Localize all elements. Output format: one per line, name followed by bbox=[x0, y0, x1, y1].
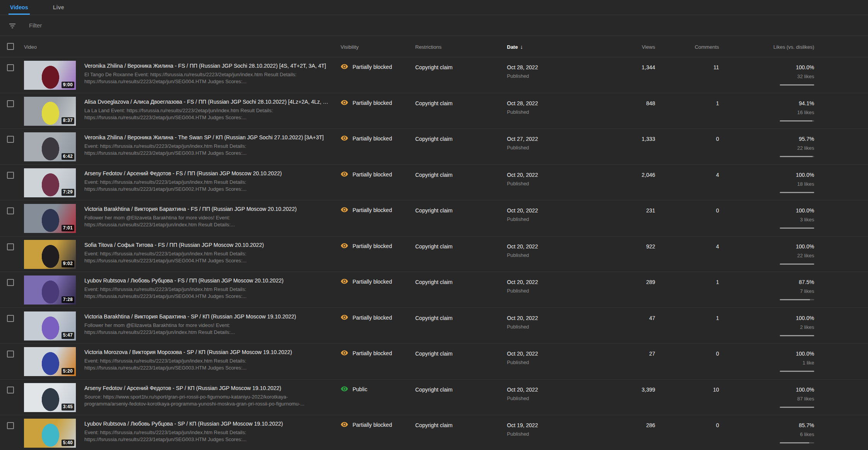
row-checkbox[interactable] bbox=[7, 422, 14, 429]
row-checkbox[interactable] bbox=[7, 351, 14, 358]
video-thumbnail[interactable]: 7:28 bbox=[24, 275, 76, 305]
video-meta: Victoria Barakhtina / Виктория Барахтина… bbox=[84, 206, 317, 236]
table-row[interactable]: 9:00 Veronika Zhilina / Вероника Жилина … bbox=[0, 57, 868, 93]
like-percentage: 87.5% bbox=[719, 279, 814, 285]
tab-live[interactable]: Live bbox=[51, 0, 66, 15]
row-checkbox[interactable] bbox=[7, 207, 14, 214]
row-checkbox[interactable] bbox=[7, 279, 14, 286]
row-checkbox[interactable] bbox=[7, 64, 14, 71]
row-check-cell bbox=[0, 57, 24, 93]
table-row[interactable]: 5:47 Victoria Barakhtina / Виктория Бара… bbox=[0, 308, 868, 344]
restrictions-cell[interactable]: Copyright claim bbox=[415, 415, 507, 450]
video-title[interactable]: Sofia Titova / Софья Титова - FS / ПП (R… bbox=[84, 242, 317, 248]
restrictions-cell[interactable]: Copyright claim bbox=[415, 236, 507, 272]
video-duration-badge: 7:29 bbox=[62, 189, 74, 195]
restrictions-cell[interactable]: Copyright claim bbox=[415, 344, 507, 379]
video-thumbnail[interactable]: 5:47 bbox=[24, 311, 76, 340]
column-header-likes[interactable]: Likes (vs. dislikes) bbox=[719, 36, 814, 57]
video-title[interactable]: Victoria Morozova / Виктория Морозова - … bbox=[84, 349, 317, 355]
video-title[interactable]: Veronika Zhilina / Вероника Жилина - The… bbox=[84, 134, 324, 140]
row-check-cell bbox=[0, 200, 24, 236]
video-title[interactable]: Lyubov Rubtsova / Любовь Рубцова - SP / … bbox=[84, 421, 317, 427]
row-checkbox[interactable] bbox=[7, 100, 14, 107]
row-checkbox[interactable] bbox=[7, 136, 14, 143]
restrictions-cell[interactable]: Copyright claim bbox=[415, 308, 507, 344]
visibility-cell[interactable]: Partially blocked bbox=[341, 93, 415, 129]
visibility-cell[interactable]: Partially blocked bbox=[341, 415, 415, 450]
column-header-restrictions[interactable]: Restrictions bbox=[415, 36, 507, 57]
visibility-cell[interactable]: Partially blocked bbox=[341, 344, 415, 379]
restrictions-cell[interactable]: Copyright claim bbox=[415, 129, 507, 164]
video-title[interactable]: Victoria Barakhtina / Виктория Барахтина… bbox=[84, 313, 317, 320]
like-ratio-bar-fill bbox=[780, 407, 814, 408]
row-checkbox[interactable] bbox=[7, 315, 14, 322]
like-percentage: 100.0% bbox=[719, 172, 814, 178]
restrictions-cell[interactable]: Copyright claim bbox=[415, 57, 507, 93]
video-thumbnail[interactable]: 6:42 bbox=[24, 132, 76, 161]
filter-input[interactable] bbox=[29, 22, 261, 29]
restrictions-cell[interactable]: Copyright claim bbox=[415, 272, 507, 308]
column-header-visibility[interactable]: Visibility bbox=[341, 36, 415, 57]
likes-cell: 100.0% 18 likes bbox=[719, 165, 814, 200]
date-cell: Oct 28, 2022 Published bbox=[507, 93, 604, 129]
table-row[interactable]: 7:01 Victoria Barakhtina / Виктория Бара… bbox=[0, 200, 868, 236]
row-check-cell bbox=[0, 415, 24, 450]
table-row[interactable]: 7:28 Lyubov Rubtsova / Любовь Рубцова - … bbox=[0, 272, 868, 308]
table-row[interactable]: 3:45 Arseny Fedotov / Арсений Федотов - … bbox=[0, 380, 868, 416]
video-thumbnail[interactable]: 9:02 bbox=[24, 240, 76, 269]
video-title[interactable]: Arseny Fedotov / Арсений Федотов - SP / … bbox=[84, 385, 317, 391]
table-row[interactable]: 9:02 Sofia Titova / Софья Титова - FS / … bbox=[0, 236, 868, 272]
visibility-cell[interactable]: Partially blocked bbox=[341, 165, 415, 200]
table-row[interactable]: 7:29 Arseny Fedotov / Арсений Федотов - … bbox=[0, 165, 868, 201]
likes-cell: 87.5% 7 likes bbox=[719, 272, 814, 308]
visibility-cell[interactable]: Partially blocked bbox=[341, 200, 415, 236]
table-row[interactable]: 5:20 Victoria Morozova / Виктория Морозо… bbox=[0, 344, 868, 380]
visibility-cell[interactable]: Public bbox=[341, 380, 415, 415]
video-thumbnail[interactable]: 5:40 bbox=[24, 419, 76, 448]
likes-cell: 94.1% 16 likes bbox=[719, 93, 814, 129]
video-title[interactable]: Alisa Dvoeglazova / Алиса Двоеглазова - … bbox=[84, 99, 328, 105]
filter-list-icon[interactable] bbox=[8, 21, 17, 30]
views-cell: 231 bbox=[604, 200, 655, 236]
column-header-comments[interactable]: Comments bbox=[655, 36, 719, 57]
row-checkbox[interactable] bbox=[7, 387, 14, 394]
row-checkbox[interactable] bbox=[7, 172, 14, 179]
video-thumbnail[interactable]: 9:00 bbox=[24, 61, 76, 90]
date-value: Oct 20, 2022 bbox=[507, 207, 604, 214]
table-row[interactable]: 5:40 Lyubov Rubtsova / Любовь Рубцова - … bbox=[0, 415, 868, 450]
video-thumbnail[interactable]: 5:20 bbox=[24, 347, 76, 376]
row-checkbox[interactable] bbox=[7, 243, 14, 250]
restrictions-cell[interactable]: Copyright claim bbox=[415, 200, 507, 236]
like-percentage: 100.0% bbox=[719, 207, 814, 214]
video-description: Event: https://fsrussia.ru/results/2223/… bbox=[84, 358, 317, 372]
video-thumbnail[interactable]: 7:01 bbox=[24, 204, 76, 233]
views-cell: 3,399 bbox=[604, 380, 655, 415]
restrictions-cell[interactable]: Copyright claim bbox=[415, 165, 507, 200]
video-thumbnail[interactable]: 7:29 bbox=[24, 168, 76, 197]
visibility-cell[interactable]: Partially blocked bbox=[341, 272, 415, 308]
visibility-cell[interactable]: Partially blocked bbox=[341, 236, 415, 272]
video-thumbnail[interactable]: 8:37 bbox=[24, 97, 76, 126]
column-header-views[interactable]: Views bbox=[604, 36, 655, 57]
tab-videos[interactable]: Videos bbox=[9, 0, 30, 15]
select-all-checkbox[interactable] bbox=[7, 43, 14, 50]
video-title[interactable]: Arseny Fedotov / Арсений Федотов - FS / … bbox=[84, 170, 317, 176]
row-check-cell bbox=[0, 236, 24, 272]
restrictions-cell[interactable]: Copyright claim bbox=[415, 380, 507, 415]
video-title[interactable]: Victoria Barakhtina / Виктория Барахтина… bbox=[84, 206, 317, 212]
video-title[interactable]: Veronika Zhilina / Вероника Жилина - FS … bbox=[84, 63, 326, 69]
likes-count: 6 likes bbox=[719, 431, 814, 437]
video-title[interactable]: Lyubov Rubtsova / Любовь Рубцова - FS / … bbox=[84, 277, 317, 284]
visibility-cell[interactable]: Partially blocked bbox=[341, 308, 415, 344]
video-description: Follower her mom @Elizaveta Barakhtina f… bbox=[84, 214, 317, 229]
video-thumbnail[interactable]: 3:45 bbox=[24, 383, 76, 412]
like-ratio-bar bbox=[780, 192, 814, 193]
table-row[interactable]: 8:37 Alisa Dvoeglazova / Алиса Двоеглазо… bbox=[0, 93, 868, 129]
table-row[interactable]: 6:42 Veronika Zhilina / Вероника Жилина … bbox=[0, 129, 868, 165]
visibility-cell[interactable]: Partially blocked bbox=[341, 129, 415, 164]
visibility-cell[interactable]: Partially blocked bbox=[341, 57, 415, 93]
restrictions-cell[interactable]: Copyright claim bbox=[415, 93, 507, 129]
column-header-date[interactable]: Date ↓ bbox=[507, 36, 604, 57]
date-status: Published bbox=[507, 431, 604, 437]
likes-count: 7 likes bbox=[719, 288, 814, 294]
